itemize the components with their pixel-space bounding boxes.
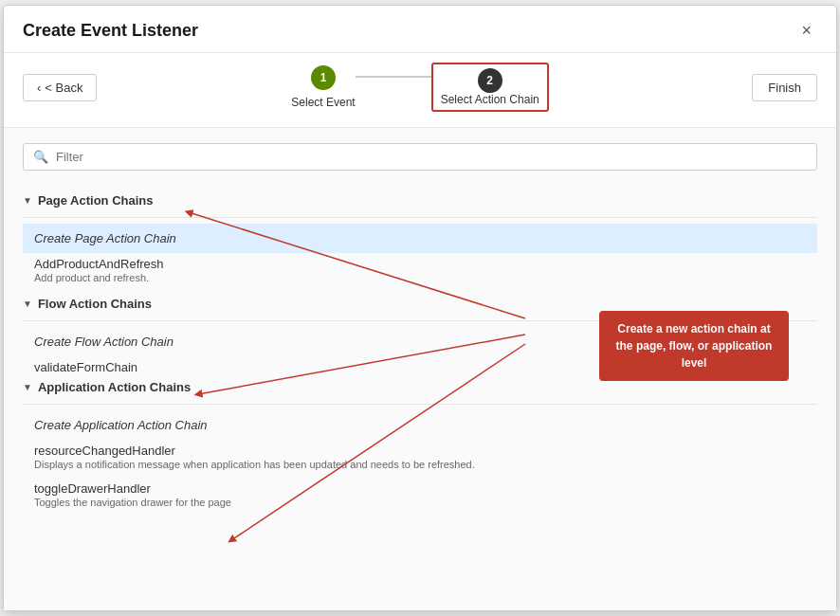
create-page-action-chain-item[interactable]: Create Page Action Chain <box>23 224 817 253</box>
step-1-number: 1 <box>320 71 327 84</box>
step-2-number: 2 <box>486 74 493 87</box>
step-2-box: 2 Select Action Chain <box>431 63 549 112</box>
search-icon: 🔍 <box>33 150 48 164</box>
step-2-circle: 2 <box>478 68 502 93</box>
app-action-chains-section: ▼ Application Action Chains Create Appli… <box>23 374 817 516</box>
annotation-container: ▼ Page Action Chains Create Page Action … <box>23 188 817 516</box>
close-button[interactable]: × <box>795 19 817 43</box>
add-product-sublabel: Add product and refresh. <box>23 271 817 291</box>
app-section-label: Application Action Chains <box>38 380 191 394</box>
tooltip-container: Create a new action chain at the page, f… <box>599 311 789 381</box>
dialog-header: Create Event Listener × <box>4 6 836 53</box>
create-app-action-chain-item[interactable]: Create Application Action Chain <box>23 410 817 440</box>
create-event-listener-dialog: Create Event Listener × ‹ < Back 1 Selec… <box>3 5 837 611</box>
step-connector <box>356 76 431 78</box>
back-arrow-icon: ‹ <box>37 81 41 95</box>
resource-changed-sublabel: Displays a notification message when app… <box>23 458 817 478</box>
flow-chevron-icon: ▼ <box>23 299 32 309</box>
filter-bar: 🔍 <box>23 143 817 171</box>
step-1: 1 Select Event <box>291 65 355 109</box>
flow-section-label: Flow Action Chains <box>38 297 152 311</box>
finish-button[interactable]: Finish <box>752 74 817 101</box>
step-2-label: Select Action Chain <box>441 93 539 106</box>
page-divider <box>23 217 817 218</box>
resource-changed-item[interactable]: resourceChangedHandler Displays a notifi… <box>23 440 817 478</box>
add-product-label: AddProductAndRefresh <box>23 253 817 271</box>
toggle-drawer-sublabel: Toggles the navigation drawer for the pa… <box>23 496 817 516</box>
back-label: < Back <box>45 81 82 95</box>
step-1-label: Select Event <box>291 96 355 109</box>
app-chevron-icon: ▼ <box>23 382 32 392</box>
back-button[interactable]: ‹ < Back <box>23 74 97 101</box>
toggle-drawer-item[interactable]: toggleDrawerHandler Toggles the navigati… <box>23 478 817 516</box>
filter-input[interactable] <box>56 150 807 164</box>
dialog-title: Create Event Listener <box>23 21 198 41</box>
app-divider <box>23 404 817 405</box>
toggle-drawer-label: toggleDrawerHandler <box>23 478 817 496</box>
dialog-body: 🔍 ▼ Page Action Chains Create Page Actio… <box>4 128 836 610</box>
page-section-header[interactable]: ▼ Page Action Chains <box>23 188 817 211</box>
resource-changed-label: resourceChangedHandler <box>23 440 817 458</box>
tooltip-bubble: Create a new action chain at the page, f… <box>599 311 789 381</box>
step-1-circle: 1 <box>311 65 336 90</box>
page-chevron-icon: ▼ <box>23 195 32 206</box>
add-product-item[interactable]: AddProductAndRefresh Add product and ref… <box>23 253 817 291</box>
page-section-label: Page Action Chains <box>38 193 154 208</box>
stepper-row: ‹ < Back 1 Select Event 2 Select Action … <box>4 53 836 128</box>
page-action-chains-section: ▼ Page Action Chains Create Page Action … <box>23 188 817 291</box>
stepper-nav: 1 Select Event 2 Select Action Chain <box>291 63 548 112</box>
